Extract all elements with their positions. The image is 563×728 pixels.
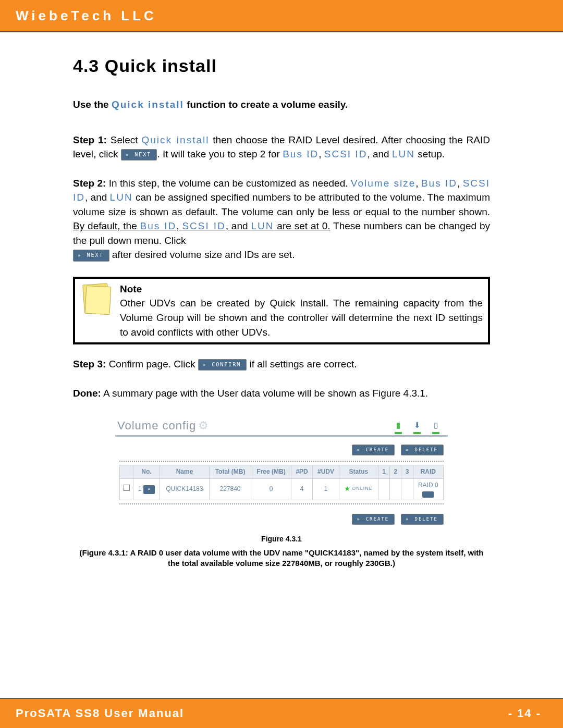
section-title: 4.3 Quick install bbox=[73, 53, 490, 79]
create-button[interactable]: CREATE bbox=[352, 514, 395, 525]
delete-button[interactable]: DELETE bbox=[401, 445, 444, 455]
intro-line: Use the Quick install function to create… bbox=[73, 97, 490, 112]
page-number: - 14 - bbox=[508, 705, 541, 722]
quick-install-link: Quick install bbox=[141, 134, 209, 145]
scsi-id-link: SCSI ID bbox=[324, 149, 368, 159]
lun-link: LUN bbox=[392, 149, 415, 159]
create-button[interactable]: CREATE bbox=[352, 445, 395, 455]
cell-total: 227840 bbox=[210, 479, 251, 500]
footer-bar: ProSATA SS8 User Manual - 14 - bbox=[0, 698, 563, 728]
col-2: 2 bbox=[390, 465, 401, 478]
bus-id-link: Bus ID bbox=[283, 149, 319, 159]
step-2: Step 2: In this step, the volume can be … bbox=[73, 176, 490, 262]
header-bar: WiebeTech LLC bbox=[0, 0, 563, 32]
cell-free: 0 bbox=[251, 479, 291, 500]
back-button[interactable]: « bbox=[143, 485, 155, 494]
col-3: 3 bbox=[401, 465, 413, 478]
figure-caption: (Figure 4.3.1: A RAID 0 user data volume… bbox=[73, 548, 490, 569]
note-title: Note bbox=[120, 282, 483, 297]
cell-pd: 4 bbox=[291, 479, 313, 500]
row-checkbox[interactable] bbox=[124, 485, 130, 491]
status-indicators: ▮ ⬇ ▯ bbox=[395, 419, 446, 434]
table-header-row: No. Name Total (MB) Free (MB) #PD #UDV S… bbox=[120, 465, 444, 478]
volume-config-title: Volume config ⚙ bbox=[117, 417, 209, 434]
lun-link: LUN bbox=[110, 192, 133, 203]
quick-install-link: Quick install bbox=[112, 99, 184, 110]
cell-raid: RAID 0 bbox=[418, 481, 438, 490]
done-line: Done: A summary page with the User data … bbox=[73, 386, 490, 401]
col-udv: #UDV bbox=[313, 465, 339, 478]
volume-config-figure: Volume config ⚙ ▮ ⬇ ▯ CREATE DELETE No. … bbox=[115, 415, 448, 528]
col-status: Status bbox=[339, 465, 378, 478]
col-raid: RAID bbox=[413, 465, 443, 478]
volume-size-link: Volume size bbox=[351, 178, 416, 189]
volume-table: No. Name Total (MB) Free (MB) #PD #UDV S… bbox=[119, 465, 444, 500]
status-online: ONLINE bbox=[345, 485, 373, 492]
note-body: Other UDVs can be created by Quick Insta… bbox=[120, 298, 483, 337]
col-total: Total (MB) bbox=[210, 465, 251, 478]
bus-id-link: Bus ID bbox=[421, 178, 457, 189]
note-icon bbox=[80, 282, 114, 315]
drive-icon: ▯ bbox=[434, 419, 438, 431]
col-free: Free (MB) bbox=[251, 465, 291, 478]
raid-chip-icon bbox=[422, 491, 434, 498]
figure-label: Figure 4.3.1 bbox=[73, 534, 490, 544]
col-no: No. bbox=[133, 465, 160, 478]
col-1: 1 bbox=[378, 465, 389, 478]
note-box: Note Other UDVs can be created by Quick … bbox=[73, 277, 490, 344]
col-pd: #PD bbox=[291, 465, 313, 478]
battery-icon: ▮ bbox=[396, 419, 400, 431]
step-3: Step 3: Confirm page. Click CONFIRM if a… bbox=[73, 357, 490, 372]
confirm-button[interactable]: CONFIRM bbox=[198, 359, 247, 371]
cell-udv: 1 bbox=[313, 479, 339, 500]
gear-icon: ⚙ bbox=[198, 417, 209, 434]
scsi-id-link: SCSI ID bbox=[182, 220, 225, 231]
manual-name: ProSATA SS8 User Manual bbox=[16, 705, 184, 722]
company-name: WiebeTech LLC bbox=[16, 8, 157, 23]
step-1: Step 1: Select Quick install then choose… bbox=[73, 133, 490, 162]
next-button[interactable]: NEXT bbox=[121, 149, 157, 161]
col-name: Name bbox=[160, 465, 209, 478]
page-content: 4.3 Quick install Use the Quick install … bbox=[0, 32, 563, 569]
temperature-icon: ⬇ bbox=[414, 419, 421, 431]
delete-button[interactable]: DELETE bbox=[401, 514, 444, 525]
bus-id-link: Bus ID bbox=[140, 220, 177, 231]
lun-link: LUN bbox=[251, 220, 274, 231]
next-button[interactable]: NEXT bbox=[73, 250, 109, 262]
cell-name: QUICK14183 bbox=[160, 479, 209, 500]
table-row: 1 « QUICK14183 227840 0 4 1 ONLINE RAID … bbox=[120, 479, 444, 500]
